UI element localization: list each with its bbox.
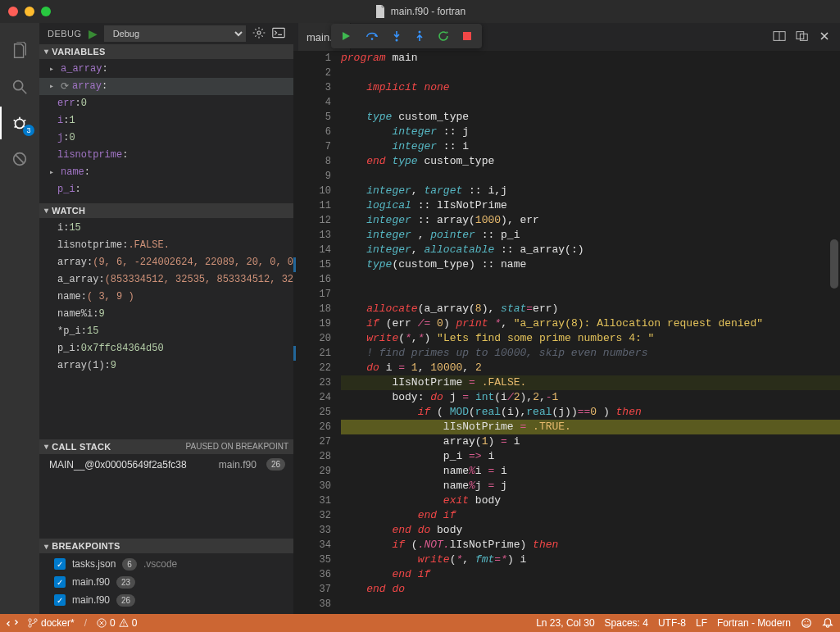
checkbox-icon[interactable]: ✓: [54, 594, 66, 606]
status-remote[interactable]: docker*: [28, 617, 75, 629]
variable-row[interactable]: ▸a_array:: [39, 61, 293, 78]
watch-tree: i: 15lisnotprime: .FALSE.array: (9, 6, -…: [39, 218, 293, 380]
vertical-scrollbar[interactable]: [830, 239, 838, 289]
status-cursor-position[interactable]: Ln 23, Col 30: [536, 617, 594, 629]
svg-point-14: [419, 31, 421, 34]
window-title-text: main.f90 - fortran: [391, 6, 465, 17]
status-encoding[interactable]: UTF-8: [658, 617, 686, 629]
variable-row[interactable]: j: 0: [39, 130, 293, 147]
close-window-button[interactable]: [8, 7, 18, 16]
callstack-frame[interactable]: MAIN__@0x00005649f2a5fc38 main.f90 26: [39, 456, 293, 474]
notifications-icon[interactable]: [822, 617, 833, 629]
continue-button[interactable]: [341, 30, 352, 42]
chevron-down-icon: ▾: [44, 206, 48, 215]
section-callstack-label: CALL STACK: [52, 442, 111, 452]
chevron-down-icon: ▾: [44, 442, 48, 451]
activity-bar: 3: [0, 23, 39, 614]
status-eol[interactable]: LF: [696, 617, 707, 629]
window-title: main.f90 - fortran: [0, 5, 840, 18]
variable-row[interactable]: p_i:: [39, 181, 293, 198]
svg-point-13: [396, 39, 398, 42]
split-editor-icon[interactable]: [773, 30, 786, 44]
editor-actions: [773, 30, 840, 44]
breakpoint-row[interactable]: ✓tasks.json6.vscode: [39, 555, 293, 573]
watch-row[interactable]: *p_i: 15: [39, 323, 293, 340]
svg-line-9: [16, 155, 23, 162]
checkbox-icon[interactable]: ✓: [54, 558, 66, 570]
chevron-down-icon: ▾: [44, 47, 48, 56]
feedback-icon[interactable]: [801, 617, 812, 629]
breakpoint-row[interactable]: ✓main.f9026: [39, 591, 293, 609]
file-icon: [375, 5, 386, 18]
watch-row[interactable]: array: (9, 6, -224002624, 22089, 20, 0, …: [39, 254, 293, 271]
svg-line-5: [24, 120, 26, 121]
svg-point-28: [807, 621, 808, 622]
watch-row[interactable]: a_array: (853334512, 32535, 853334512, 3…: [39, 271, 293, 289]
watch-row[interactable]: array(1): 9: [39, 357, 293, 375]
callstack-status: PAUSED ON BREAKPOINT: [186, 442, 288, 451]
section-variables-header[interactable]: ▾ VARIABLES: [39, 44, 293, 59]
activity-explorer[interactable]: [0, 34, 39, 67]
step-over-button[interactable]: [366, 30, 379, 42]
editor-area: main.f9 12345678910111213141516171819202…: [293, 23, 840, 614]
svg-line-4: [14, 120, 16, 121]
gear-icon[interactable]: [252, 26, 266, 41]
close-editor-icon[interactable]: [819, 30, 830, 44]
svg-line-1: [22, 89, 27, 94]
section-breakpoints-header[interactable]: ▾ BREAKPOINTS: [39, 539, 293, 553]
section-callstack-header[interactable]: ▾ CALL STACK PAUSED ON BREAKPOINT: [39, 439, 293, 454]
editor-body[interactable]: 1234567891011121314151617181920212223242…: [293, 51, 840, 614]
variable-row[interactable]: ▸⟳array:: [39, 78, 293, 95]
debug-config-select[interactable]: Debug: [104, 25, 246, 42]
maximize-window-button[interactable]: [41, 7, 51, 16]
watch-row[interactable]: name: ( 3, 9 ): [39, 289, 293, 306]
step-out-button[interactable]: [415, 30, 425, 42]
breakpoint-row[interactable]: ✓main.f9023: [39, 573, 293, 591]
minimize-window-button[interactable]: [25, 7, 34, 16]
watch-row[interactable]: name%i: 9: [39, 306, 293, 323]
svg-point-21: [29, 625, 31, 627]
step-into-button[interactable]: [392, 30, 402, 42]
svg-point-0: [14, 81, 23, 90]
callstack-frame-name: MAIN__@0x00005649f2a5fc38: [49, 459, 187, 471]
start-debug-button[interactable]: ▶: [89, 27, 98, 40]
section-breakpoints-label: BREAKPOINTS: [52, 541, 120, 551]
callstack-tree: MAIN__@0x00005649f2a5fc38 main.f90 26: [39, 454, 293, 479]
section-watch-label: WATCH: [52, 206, 85, 216]
watch-row[interactable]: lisnotprime: .FALSE.: [39, 237, 293, 254]
variable-row[interactable]: i: 1: [39, 112, 293, 130]
more-actions-icon[interactable]: [796, 30, 809, 44]
section-variables-label: VARIABLES: [52, 47, 105, 57]
watch-row[interactable]: i: 15: [39, 220, 293, 237]
remote-icon: [7, 617, 18, 629]
debug-header-label: DEBUG: [48, 29, 82, 39]
breakpoints-tree: ✓tasks.json6.vscode✓main.f9023✓main.f902…: [39, 553, 293, 614]
line-number-gutter: 1234567891011121314151617181920212223242…: [293, 51, 339, 612]
callstack-frame-line: 26: [266, 458, 285, 471]
svg-rect-15: [463, 32, 471, 40]
status-problems[interactable]: 0 0: [97, 617, 137, 629]
checkbox-icon[interactable]: ✓: [54, 576, 66, 588]
restart-button[interactable]: [438, 30, 449, 42]
code-content[interactable]: program main implicit none type custom_t…: [293, 51, 840, 614]
activity-search[interactable]: [0, 70, 39, 103]
variable-row[interactable]: err: 0: [39, 95, 293, 112]
statusbar: docker* / 0 0 Ln 23, Col 30 Spaces: 4 UT…: [0, 614, 840, 632]
window-controls: [0, 7, 51, 16]
svg-point-26: [802, 619, 811, 628]
status-language[interactable]: Fortran - Modern: [717, 617, 791, 629]
stop-button[interactable]: [462, 31, 472, 41]
variable-row[interactable]: lisnotprime:: [39, 147, 293, 164]
extensions-icon: [11, 150, 29, 168]
debug-console-icon[interactable]: [272, 27, 285, 40]
svg-point-20: [29, 619, 31, 621]
status-indentation[interactable]: Spaces: 4: [605, 617, 648, 629]
activity-extensions[interactable]: [0, 143, 39, 175]
watch-row[interactable]: p_i: 0x7ffc84364d50: [39, 340, 293, 357]
svg-point-10: [257, 31, 261, 34]
section-watch-header[interactable]: ▾ WATCH: [39, 203, 293, 218]
variable-row[interactable]: ▸name:: [39, 164, 293, 181]
svg-point-22: [34, 619, 37, 621]
activity-debug[interactable]: 3: [0, 107, 39, 139]
remote-indicator[interactable]: [7, 617, 18, 629]
